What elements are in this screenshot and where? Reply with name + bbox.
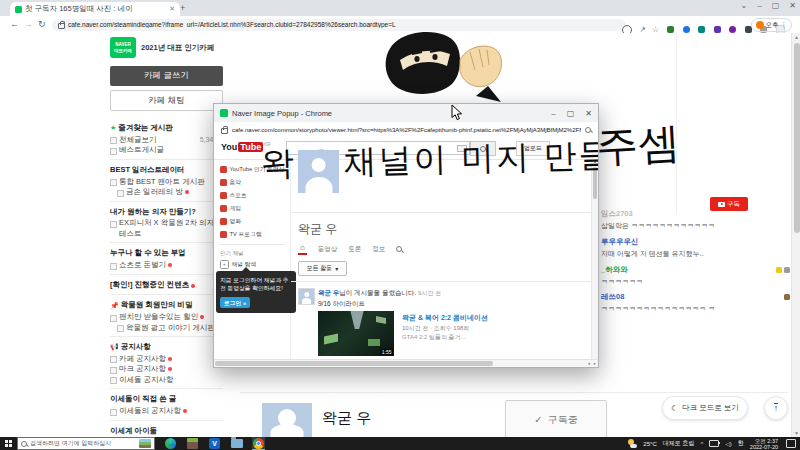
popup-title-bar[interactable]: Naver Image Popup - Chrome – ▢ ✕ (214, 104, 598, 123)
tab-close-icon[interactable]: ✕ (169, 5, 175, 13)
menu-item-illust-room[interactable]: 금손 일러레의 방 (110, 187, 223, 198)
channel-avatar (298, 150, 339, 193)
new-tab-button[interactable]: + (180, 3, 185, 13)
sidebar-item-tv[interactable]: TV 프로그램 (214, 228, 290, 241)
member-badges (776, 267, 790, 273)
video-description: GTA4 2:2 팀플의 즐거... (402, 333, 466, 342)
popup-close-button[interactable]: ✕ (585, 109, 592, 118)
comment-author[interactable]: 임스2703 (601, 209, 790, 219)
weather-desc[interactable]: 대체로 흐림 (663, 439, 695, 448)
menu-item-ad-board[interactable]: 왁물원 광고 이야기 게시판 (110, 323, 223, 334)
scrollbar-thumb[interactable] (215, 361, 493, 366)
scrollbar-up-icon[interactable]: ▲ (792, 34, 800, 40)
weather-icon (628, 439, 637, 448)
scroll-top-button[interactable]: ↑ (764, 396, 788, 420)
cafe-write-button[interactable]: 카페 글쓰기 (110, 66, 223, 86)
sidebar-item-movies[interactable]: 영화 (214, 215, 290, 228)
start-button[interactable] (0, 437, 17, 450)
channel-search-icon[interactable] (396, 246, 402, 252)
video-title[interactable]: 왁굳 & 복어 2:2 콤비네이션 (402, 313, 488, 323)
main-scrollbar[interactable]: ▲ ▼ (791, 33, 800, 437)
notification-center-icon[interactable] (786, 439, 796, 448)
tab-discussion[interactable]: 토론 (348, 245, 361, 254)
window-close-button[interactable]: ✕ (789, 1, 796, 10)
ime-indicator[interactable]: 한 (738, 439, 744, 448)
scrollbar-right-icon[interactable]: ▸ (594, 361, 596, 366)
scrollbar-thumb[interactable] (794, 43, 800, 233)
menu-item-all-posts[interactable]: 전체글보기5,348,4 (110, 135, 223, 146)
scrollbar-down-icon[interactable]: ▼ (792, 430, 800, 436)
board-icon (110, 137, 117, 144)
menu-item-cafe-notice[interactable]: 카페 공지사항 (110, 354, 223, 365)
scrollbar-left-icon[interactable]: ◂ (588, 361, 590, 366)
video-thumbnail[interactable]: 1:55 (318, 311, 394, 356)
banner-divider (291, 212, 592, 213)
cafe-chat-button[interactable]: 카페 채팅 (110, 90, 223, 111)
menu-item-discount[interactable]: 팬치만 받을수있는 할인 (110, 312, 223, 323)
zoom-icon[interactable] (585, 127, 591, 133)
comment-author[interactable]: 레쓰08 (601, 292, 790, 302)
menu-header-chair: 내가 원하는 의자 만들기? (110, 201, 223, 219)
board-icon (110, 263, 117, 270)
post-author[interactable]: 왁굳 우 (318, 289, 339, 296)
activity-filter-button[interactable]: 모든 활동 ▾ (298, 261, 347, 276)
menu-item-fanart[interactable]: 통합 BEST 팬아트 게시판 (110, 177, 223, 188)
comment-author[interactable]: _하와와 (601, 265, 790, 275)
new-badge (191, 284, 195, 288)
tab-videos[interactable]: 동영상 (318, 245, 338, 254)
popup-minimize-button[interactable]: – (551, 109, 555, 118)
tab-title: 첫 구독자 165명일때 사진 : 네이 (25, 4, 166, 14)
popup-vertical-scrollbar[interactable]: ▲ (591, 159, 598, 360)
post-time: 9시간 전 (418, 290, 441, 296)
handwriting-page-text: 주셈 (595, 115, 682, 175)
popup-horizontal-scrollbar[interactable]: ◂ ▸ (214, 359, 598, 367)
tray-chevron-icon[interactable]: ^ (700, 441, 703, 447)
menu-item-chair-test[interactable]: EX피니처 X 왁물원 2차 의자 테스트 (110, 218, 223, 239)
taskbar-edge-icon[interactable] (164, 437, 177, 450)
subscribed-button[interactable]: ✓ 구독중 (505, 400, 607, 439)
menu-item-mc-notice[interactable]: 마크 공지사항 (110, 364, 223, 375)
desktop-screen: 첫 구독자 165명일때 사진 : 네이 ✕ + ⌄ – ▢ ✕ ← → ↻ c… (0, 0, 800, 450)
search-highlight-art[interactable] (139, 439, 151, 448)
menu-item-shorts[interactable]: 쇼츠로 돈벌기 (110, 260, 223, 271)
clock[interactable]: 오전 2:37 2022-07-20 (750, 438, 778, 450)
taskbar-folder-icon[interactable] (230, 437, 243, 450)
cafe-menu: ★즐겨찾는 게시판 전체글보기5,348,4 베스트게시글 BEST 일러스트레… (110, 118, 223, 448)
profile-avatar (756, 21, 764, 29)
sidebar-item-browse-channels[interactable]: +채널 탐색 (214, 258, 290, 271)
taskbar-v-app-icon[interactable]: V (208, 437, 221, 450)
comment-author[interactable]: 루우우우신 (601, 237, 790, 247)
tab-home-icon[interactable]: ⌂ (298, 243, 307, 255)
popup-maximize-button[interactable]: ▢ (567, 109, 575, 118)
back-icon[interactable]: ← (10, 19, 19, 29)
window-minimize-button[interactable]: – (757, 1, 761, 10)
taskbar-chrome-icon[interactable] (252, 437, 265, 450)
sidebar-item-sports[interactable]: 스포츠 (214, 189, 290, 202)
forward-icon[interactable]: → (24, 19, 33, 29)
login-button[interactable]: 로그인 » (220, 297, 250, 308)
sidebar-item-games[interactable]: 게임 (214, 202, 290, 215)
weather-temp[interactable]: 25°C (643, 441, 656, 447)
tab-search-icon[interactable]: ⌄ (741, 1, 748, 10)
taskbar-minecraft-icon[interactable] (186, 437, 199, 450)
popup-content: You Tube KR 업로드 YouTube 인기 동영상 음악 스포츠 게임… (214, 137, 598, 360)
menu-item-isedol-own-notice[interactable]: 이세돌의 공지사항 (110, 406, 223, 417)
battery-icon[interactable] (709, 440, 719, 447)
login-tooltip: 지금 로그인하여 채널과 추천 동영상을 확인하세요! 로그인 » (216, 271, 296, 313)
speaker-icon[interactable]: ◁) (725, 440, 732, 447)
address-bar[interactable]: cafe.naver.com/steamindiegame?iframe_url… (52, 19, 626, 31)
dark-mode-button[interactable]: ☾ 다크 모드로 보기 (662, 396, 748, 420)
browser-menu-icon[interactable]: ⋮ (781, 21, 788, 29)
profile-chip[interactable]: 오후 ⋮ (751, 18, 793, 32)
browser-tab[interactable]: 첫 구독자 165명일때 사진 : 네이 ✕ (10, 2, 180, 16)
board-icon (110, 315, 117, 322)
taskbar-search-box[interactable]: 검색하려면 여기에 입력하십시 (17, 437, 155, 450)
menu-item-best-posts[interactable]: 베스트게시글 (110, 145, 223, 156)
window-maximize-button[interactable]: ▢ (772, 1, 780, 10)
sidebar-divider (218, 244, 286, 245)
menu-item-isedol-notice[interactable]: 이세돌 공지사항 (110, 375, 223, 386)
reload-icon[interactable]: ↻ (38, 19, 46, 29)
popup-address-bar[interactable]: cafe.naver.com/common/storyphoto/viewer.… (214, 122, 598, 138)
tab-about[interactable]: 정보 (372, 245, 385, 254)
popular-channels-header: 인기 채널 (214, 248, 290, 258)
